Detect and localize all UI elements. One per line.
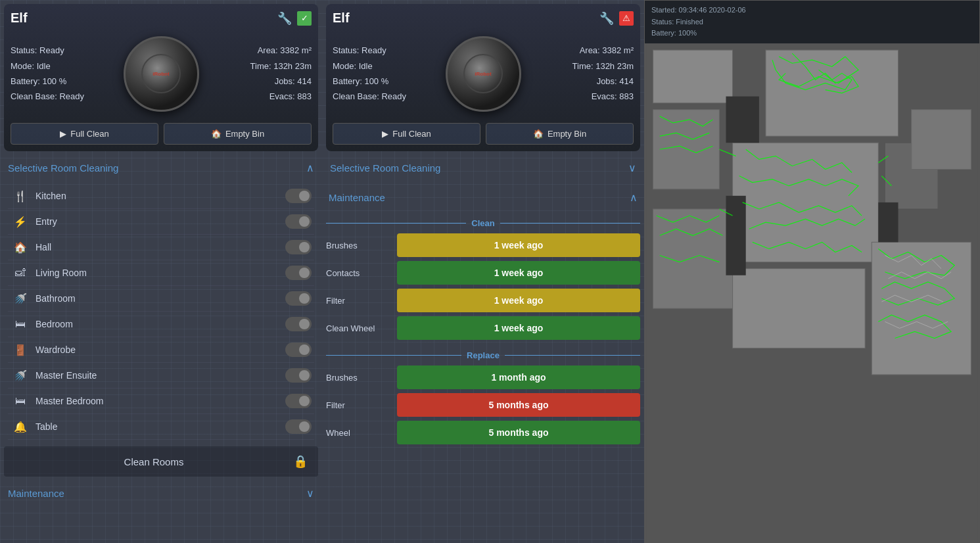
room-far-right	[912, 110, 971, 170]
table-icon: 🔔	[11, 421, 30, 433]
middle-maintenance-title: Maintenance	[329, 192, 385, 203]
left-robot-image: iRobot	[118, 31, 204, 116]
left-card-header: Elf 🔧 ✓	[11, 11, 312, 26]
middle-full-clean-label: Full Clean	[392, 129, 431, 139]
room-top-right	[766, 50, 898, 136]
lock-icon: 🔒	[293, 454, 308, 469]
middle-full-clean-button[interactable]: ▶ Full Clean	[333, 123, 480, 145]
room-item-master-ensuite: 🚿 Master Ensuite	[8, 363, 314, 389]
clean-brushes-badge[interactable]: 1 week ago	[397, 233, 640, 257]
replace-brushes-row: Brushes 1 month ago	[326, 366, 640, 389]
room-item-hall: 🏠 Hall	[8, 235, 314, 260]
middle-area: Area: 3382 m²	[526, 43, 634, 58]
room-bottom-center	[733, 268, 866, 348]
middle-maintenance-header[interactable]: Maintenance ∧	[326, 185, 640, 210]
room-item-living-room: 🛋 Living Room	[8, 260, 314, 286]
middle-evacs: Evacs: 883	[526, 89, 634, 104]
middle-stats-left: Status: Ready Mode: Idle Battery: 100 % …	[333, 43, 440, 105]
room-item-kitchen: 🍴 Kitchen	[8, 183, 314, 209]
middle-robot-title: Elf	[333, 11, 350, 26]
table-toggle[interactable]	[285, 419, 312, 434]
master-ensuite-icon: 🚿	[11, 369, 30, 382]
room-item-table: 🔔 Table	[8, 414, 314, 440]
replace-brushes-badge[interactable]: 1 month ago	[397, 366, 640, 389]
replace-divider-line-left	[326, 355, 461, 356]
middle-card-header: Elf 🔧 ⚠	[333, 11, 634, 26]
replace-divider: Replace	[326, 350, 640, 360]
clean-divider: Clean	[326, 218, 640, 228]
room-item-master-bedroom: 🛏 Master Bedroom	[8, 389, 314, 414]
wall-1	[726, 96, 758, 143]
middle-status: Status: Ready	[333, 43, 440, 58]
clean-filter-label: Filter	[326, 296, 392, 306]
middle-roomba-circle: iRobot	[446, 36, 521, 112]
replace-wheel-badge[interactable]: 5 months ago	[397, 421, 640, 444]
map-svg	[645, 43, 979, 543]
middle-selective-toggle-icon: ∨	[628, 162, 636, 174]
kitchen-icon: 🍴	[11, 190, 30, 202]
middle-mode: Mode: Idle	[333, 59, 440, 74]
clean-contacts-row: Contacts 1 week ago	[326, 261, 640, 285]
hall-toggle[interactable]	[285, 240, 312, 254]
clean-rooms-button[interactable]: Clean Rooms	[14, 456, 293, 467]
clean-contacts-badge[interactable]: 1 week ago	[397, 261, 640, 285]
wardrobe-icon: 🚪	[11, 344, 30, 356]
master-bedroom-label: Master Bedroom	[35, 396, 285, 406]
kitchen-toggle[interactable]	[285, 189, 312, 203]
clean-brushes-label: Brushes	[326, 241, 392, 250]
replace-filter-badge[interactable]: 5 months ago	[397, 393, 640, 417]
clean-wheel-badge[interactable]: 1 week ago	[397, 316, 640, 340]
master-bedroom-toggle[interactable]	[285, 394, 312, 408]
left-selective-header[interactable]: Selective Room Cleaning ∧	[0, 155, 322, 181]
bathroom-toggle[interactable]	[285, 291, 312, 306]
entry-toggle[interactable]	[285, 214, 312, 229]
map-status: Status: Finished	[651, 16, 973, 28]
room-item-bathroom: 🚿 Bathroom	[8, 286, 314, 312]
room-bottom-right	[872, 242, 971, 375]
clean-wheel-label: Clean Wheel	[326, 323, 392, 333]
left-maintenance-header[interactable]: Maintenance ∨	[0, 481, 322, 506]
left-card-body: Status: Ready Mode: Idle Battery: 100 % …	[11, 31, 312, 116]
bedroom-toggle[interactable]	[285, 317, 312, 331]
clean-filter-badge[interactable]: 1 week ago	[397, 289, 640, 312]
bedroom-icon: 🛏	[11, 318, 30, 330]
left-time: Time: 132h 23m	[204, 59, 312, 74]
left-selective-toggle-icon: ∧	[306, 162, 314, 174]
left-maintenance-toggle-icon: ∨	[306, 487, 314, 500]
entry-icon: ⚡	[11, 216, 30, 228]
wrench-icon[interactable]: 🔧	[277, 11, 292, 26]
maintenance-table: Clean Brushes 1 week ago Contacts 1 week…	[326, 210, 640, 451]
living-room-toggle[interactable]	[285, 266, 312, 280]
left-full-clean-button[interactable]: ▶ Full Clean	[11, 123, 158, 145]
left-robot-title: Elf	[11, 11, 28, 26]
master-ensuite-toggle[interactable]	[285, 368, 312, 383]
middle-empty-bin-button[interactable]: 🏠 Empty Bin	[486, 123, 634, 145]
play-icon: ▶	[60, 129, 66, 139]
clean-divider-label: Clean	[471, 218, 494, 228]
room-center	[733, 143, 879, 262]
replace-wheel-row: Wheel 5 months ago	[326, 421, 640, 444]
middle-selective-header[interactable]: Selective Room Cleaning ∨	[322, 155, 644, 181]
middle-panel: Elf 🔧 ⚠ Status: Ready Mode: Idle Battery…	[322, 0, 644, 543]
replace-brushes-label: Brushes	[326, 373, 392, 383]
map-started: Started: 09:34:46 2020-02-06	[651, 5, 973, 16]
left-selective-title: Selective Room Cleaning	[8, 162, 118, 174]
clean-brushes-row: Brushes 1 week ago	[326, 233, 640, 257]
left-maintenance-title: Maintenance	[8, 488, 64, 499]
hall-label: Hall	[35, 242, 285, 252]
left-evacs: Evacs: 883	[204, 89, 312, 104]
roomba-inner-circle: iRobot	[141, 54, 181, 93]
middle-robot-card: Elf 🔧 ⚠ Status: Ready Mode: Idle Battery…	[326, 4, 640, 151]
kitchen-label: Kitchen	[35, 191, 285, 201]
left-selective-section: Selective Room Cleaning ∧ 🍴 Kitchen ⚡ En…	[0, 155, 322, 481]
left-empty-bin-button[interactable]: 🏠 Empty Bin	[164, 123, 312, 145]
middle-wrench-icon[interactable]: 🔧	[599, 11, 614, 26]
left-stats-right: Area: 3382 m² Time: 132h 23m Jobs: 414 E…	[204, 43, 312, 105]
bathroom-icon: 🚿	[11, 293, 30, 305]
middle-selective-section: Selective Room Cleaning ∨	[322, 155, 644, 181]
wall-2	[878, 202, 898, 242]
left-card-footer: ▶ Full Clean 🏠 Empty Bin	[11, 123, 312, 145]
wardrobe-toggle[interactable]	[285, 342, 312, 357]
middle-maintenance-section: Maintenance ∧ Clean Brushes 1 week ago C…	[326, 185, 640, 451]
status-check-icon: ✓	[297, 11, 312, 26]
